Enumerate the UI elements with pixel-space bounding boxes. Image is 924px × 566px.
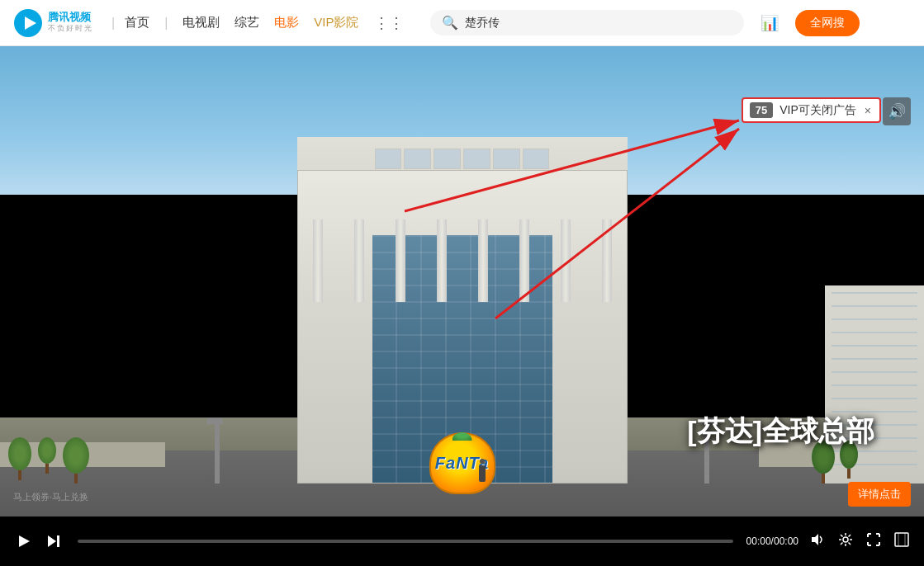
logo-text-block: 腾讯视频 不负好时光	[48, 12, 93, 34]
window-cell	[375, 149, 402, 169]
controls-right	[807, 529, 912, 554]
person-silhouette	[479, 465, 486, 482]
search-icon: 🔍	[442, 15, 458, 31]
trees-left	[8, 437, 89, 483]
player-controls: 00:00/00:00	[0, 516, 924, 566]
settings-button[interactable]	[835, 529, 856, 554]
svg-marker-8	[812, 534, 818, 545]
next-icon	[46, 534, 61, 549]
vip-ad-banner: 75 VIP可关闭广告 ×	[742, 97, 881, 123]
vert-col	[478, 219, 488, 302]
search-area: 🔍	[430, 10, 744, 35]
search-input[interactable]	[465, 17, 732, 30]
volume-button[interactable]: 🔊	[883, 97, 911, 125]
vert-col	[602, 219, 612, 302]
tree-2	[38, 437, 56, 483]
nav-movie[interactable]: 电影	[274, 15, 299, 31]
chart-icon[interactable]: 📊	[761, 14, 779, 32]
expand-button[interactable]	[891, 529, 912, 554]
svg-marker-6	[48, 535, 56, 547]
volume-ctrl-button[interactable]	[807, 529, 828, 554]
ad-close-button[interactable]: ×	[863, 104, 873, 117]
street-lamp-left	[215, 417, 220, 483]
building-caption: [芬达]全球总部	[687, 413, 874, 450]
window-cell	[463, 149, 490, 169]
ad-countdown: 75	[750, 102, 773, 118]
vert-col	[561, 219, 571, 302]
grid-icon[interactable]: ⋮⋮	[374, 14, 404, 32]
nav-variety[interactable]: 综艺	[235, 15, 259, 31]
fanta-circle: FaNTa	[429, 432, 495, 494]
watermark: 马上领券·马上兑换	[13, 491, 88, 503]
fanta-leaf	[453, 427, 472, 441]
vert-col	[437, 219, 447, 302]
window-cell	[434, 149, 461, 169]
vertical-columns	[297, 219, 628, 302]
nav-divider-2: |	[164, 16, 168, 31]
logo-tagline: 不负好时光	[48, 23, 93, 34]
nav-bar: 腾讯视频 不负好时光 | 首页 | 电视剧 综艺 电影 VIP影院 ⋮⋮ 🔍 📊…	[0, 0, 924, 46]
video-player: FaNTa [芬达]全球总部 马上领券·马上兑换 75 VIP可关闭广告 × 🔊…	[0, 46, 924, 566]
nav-home[interactable]: 首页	[125, 15, 149, 31]
svg-marker-5	[19, 535, 30, 547]
detail-button[interactable]: 详情点击	[848, 482, 911, 507]
fullscreen-button[interactable]	[863, 529, 884, 554]
logo-area: 腾讯视频 不负好时光	[13, 8, 93, 38]
window-cell	[523, 149, 550, 169]
nav-links: 首页 | 电视剧 综艺 电影 VIP影院 ⋮⋮	[125, 14, 403, 32]
progress-bar[interactable]	[78, 540, 733, 543]
vert-col	[313, 219, 323, 302]
vert-col	[396, 219, 405, 302]
gear-icon	[838, 532, 853, 547]
logo-icon	[13, 8, 43, 38]
time-display: 00:00/00:00	[746, 535, 798, 547]
fanta-logo: FaNTa	[405, 426, 520, 500]
search-button[interactable]: 全网搜	[795, 10, 860, 36]
volume-icon: 🔊	[888, 102, 906, 120]
next-button[interactable]	[43, 531, 64, 552]
play-button[interactable]	[12, 530, 35, 553]
window-cell	[493, 149, 520, 169]
expand-icon	[894, 532, 909, 547]
fullscreen-icon	[866, 532, 881, 547]
vert-col	[354, 219, 364, 302]
play-icon	[15, 533, 31, 549]
vert-col	[519, 219, 529, 302]
tree-1	[8, 437, 31, 483]
logo-title: 腾讯视频	[48, 12, 93, 23]
nav-tv[interactable]: 电视剧	[182, 15, 220, 31]
volume-ctrl-icon	[810, 532, 825, 547]
svg-point-9	[843, 537, 848, 542]
nav-vip[interactable]: VIP影院	[314, 15, 358, 31]
nav-divider-1: |	[111, 16, 115, 31]
window-cell	[404, 149, 431, 169]
ad-text: VIP可关闭广告	[779, 103, 856, 118]
tree-3	[63, 437, 89, 483]
svg-rect-10	[895, 533, 908, 546]
svg-rect-7	[57, 535, 59, 547]
